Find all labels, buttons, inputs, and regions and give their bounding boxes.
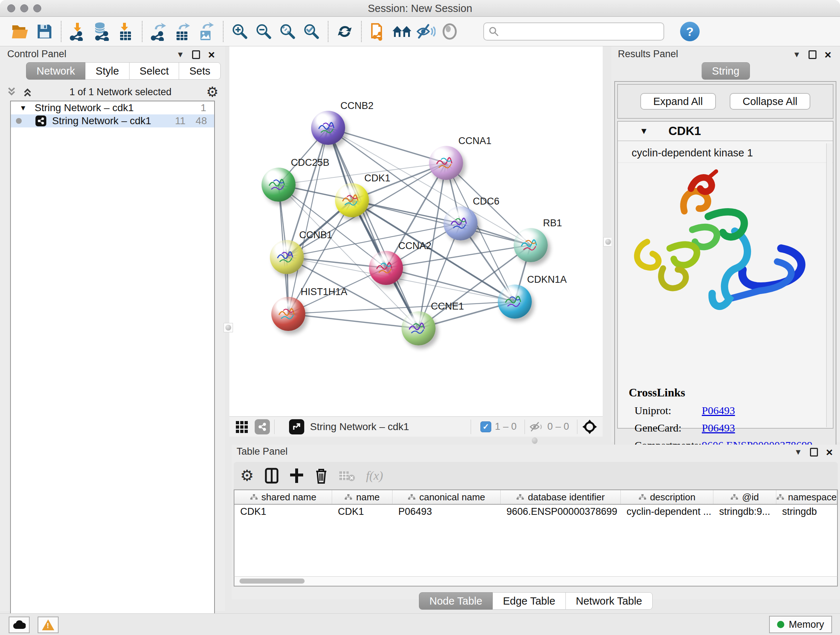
node-ccna1[interactable] [429, 146, 463, 180]
warnings-button[interactable]: ! [38, 616, 58, 633]
node-ccnb1[interactable] [270, 240, 304, 274]
network-edge[interactable] [352, 200, 531, 245]
section-collapse-icon[interactable]: ▼ [639, 126, 648, 136]
node-rb1[interactable] [514, 228, 548, 262]
crosslink-link[interactable]: P06493 [702, 404, 735, 417]
network-canvas[interactable]: CCNB2 CCNA1 CDC25B CDK1 CDC6 RB1 CCNB1 C… [229, 46, 603, 416]
horizontal-splitter-handle[interactable] [532, 437, 538, 444]
table-cell[interactable]: P06493 [393, 505, 501, 518]
show-graphics-details-button[interactable] [439, 21, 460, 42]
table-cell[interactable]: CDK1 [332, 505, 393, 518]
add-column-icon[interactable] [289, 468, 304, 484]
string-import-button[interactable] [368, 21, 388, 42]
tab-edge-table[interactable]: Edge Table [493, 592, 566, 610]
table-cell[interactable]: 9606.ENSP00000378699 [501, 505, 621, 518]
help-button[interactable]: ? [680, 22, 699, 41]
tab-sets[interactable]: Sets [179, 62, 221, 80]
column-header-namespace[interactable]: namespace [776, 490, 837, 504]
delete-column-icon[interactable] [315, 468, 328, 484]
export-network-button[interactable] [149, 21, 169, 42]
node-cdc6[interactable] [444, 206, 477, 241]
home-pair-icon-button[interactable] [392, 21, 412, 42]
show-columns-icon[interactable] [265, 468, 279, 484]
column-header-name[interactable]: name [332, 490, 393, 504]
table-panel-menu-icon[interactable]: ▼ [794, 448, 802, 457]
open-in-new-window-icon[interactable] [289, 419, 304, 434]
cloud-status-button[interactable] [9, 616, 30, 633]
table-settings-gear-icon[interactable]: ⚙ [240, 469, 254, 483]
apply-layout-refresh-button[interactable] [335, 21, 355, 42]
zoom-in-button[interactable] [230, 21, 250, 42]
node-hist1h1a[interactable] [271, 297, 305, 331]
import-table-from-file-button[interactable] [115, 21, 136, 42]
table-row[interactable]: CDK1CDK1P064939606.ENSP00000378699cyclin… [234, 505, 837, 518]
node-section-header[interactable]: ▼ CDK1 [618, 122, 833, 141]
table-cell[interactable]: cyclin-dependent ... [621, 505, 714, 518]
network-edge[interactable] [288, 314, 418, 328]
expand-all-button[interactable]: Expand All [640, 93, 716, 110]
table-panel-close-icon[interactable]: × [826, 448, 833, 456]
results-panel-menu-icon[interactable]: ▼ [793, 50, 801, 59]
tab-select[interactable]: Select [129, 62, 180, 80]
collapse-all-icon[interactable] [6, 87, 19, 97]
import-network-from-file-button[interactable] [68, 21, 88, 42]
table-hscrollbar[interactable] [234, 576, 838, 586]
left-splitter-handle[interactable] [224, 323, 233, 333]
tab-network[interactable]: Network [26, 62, 85, 80]
control-panel-menu-icon[interactable]: ▼ [177, 50, 185, 59]
control-panel-close-icon[interactable]: × [208, 50, 215, 59]
column-header-databaseidentifier[interactable]: database identifier [501, 490, 621, 504]
tab-network-table[interactable]: Network Table [566, 592, 653, 610]
table-cell[interactable]: CDK1 [234, 505, 332, 518]
network-edge[interactable] [288, 302, 515, 314]
tab-node-table[interactable]: Node Table [419, 592, 493, 610]
export-image-button[interactable] [196, 21, 217, 42]
network-row-selected[interactable]: String Network – cdk1 11 48 [11, 114, 214, 127]
results-panel-float-icon[interactable] [808, 50, 816, 59]
table-cell[interactable]: stringdb [776, 505, 837, 518]
import-network-from-database-button[interactable] [92, 21, 112, 42]
table-hscroll-thumb[interactable] [240, 578, 305, 584]
zoom-selected-button[interactable] [302, 21, 322, 42]
crosslink-link[interactable]: P06493 [702, 422, 735, 434]
node-cdk1[interactable] [335, 183, 369, 217]
collapse-all-button[interactable]: Collapse All [729, 93, 811, 110]
birds-eye-view-icon[interactable] [582, 419, 598, 435]
export-table-button[interactable] [172, 21, 193, 42]
gear-icon[interactable]: ⚙ [206, 85, 218, 99]
selected-checkbox-icon[interactable]: ✓ [480, 421, 491, 432]
network-status-dot [16, 118, 22, 124]
tab-string[interactable]: String [701, 62, 750, 80]
node-cdkn1a[interactable] [498, 285, 532, 318]
table-cell[interactable]: stringdb:9... [714, 505, 776, 518]
results-panel-close-icon[interactable]: × [824, 50, 831, 59]
network-edge[interactable] [352, 200, 515, 302]
search-input[interactable] [483, 22, 664, 41]
hide-graphics-details-button[interactable] [416, 21, 436, 42]
tab-style[interactable]: Style [85, 62, 129, 80]
node-ccnb2[interactable] [311, 111, 345, 145]
network-collection-row[interactable]: ▼ String Network – cdk1 1 [11, 101, 214, 114]
column-header-description[interactable]: description [621, 490, 714, 504]
results-vscrollbar[interactable] [826, 143, 832, 427]
node-ccne1[interactable] [401, 311, 436, 345]
expand-all-icon[interactable] [22, 87, 35, 97]
grid-view-icon[interactable] [235, 420, 249, 434]
control-panel-float-icon[interactable] [192, 50, 200, 59]
column-header-id[interactable]: @id [714, 490, 776, 504]
network-badge-icon[interactable] [255, 419, 270, 434]
tree-expand-icon[interactable]: ▼ [19, 104, 27, 112]
column-header-sharedname[interactable]: shared name [234, 490, 332, 504]
node-cdc25b[interactable] [262, 168, 295, 202]
zoom-fit-button[interactable] [278, 21, 298, 42]
column-header-canonicalname[interactable]: canonical name [393, 490, 501, 504]
zoom-out-button[interactable] [254, 21, 274, 42]
save-session-button[interactable] [34, 21, 55, 42]
network-edge[interactable] [328, 128, 418, 328]
open-session-button[interactable] [11, 21, 31, 42]
node-ccna2[interactable] [369, 251, 403, 285]
table-panel-float-icon[interactable] [810, 448, 818, 456]
network-edge[interactable] [288, 128, 328, 314]
network-edge[interactable] [328, 128, 446, 163]
memory-button[interactable]: Memory [769, 616, 832, 633]
